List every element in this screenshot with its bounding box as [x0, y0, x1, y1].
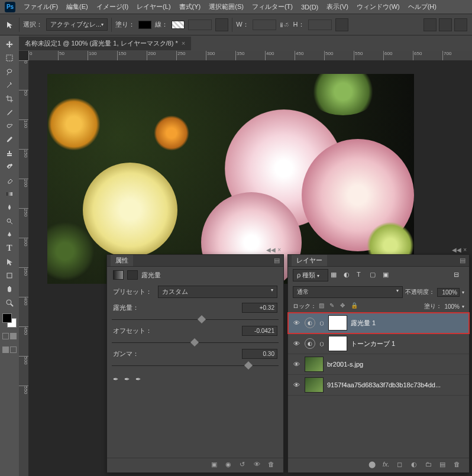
- lock-transparent-icon[interactable]: ▨: [319, 302, 327, 310]
- menu-image[interactable]: イメージ(I): [96, 2, 128, 11]
- pen-tool[interactable]: [1, 228, 18, 241]
- view-previous-icon[interactable]: ◉: [225, 461, 236, 470]
- layers-tab[interactable]: レイヤー: [292, 255, 327, 266]
- link-layers-icon[interactable]: ⬤: [368, 461, 379, 470]
- shape-tool[interactable]: [1, 269, 18, 282]
- delete-layer-icon[interactable]: 🗑: [454, 461, 464, 470]
- filter-type-icon[interactable]: T: [357, 271, 367, 280]
- gradient-tool[interactable]: [1, 187, 18, 200]
- offset-field[interactable]: -0.0421: [242, 326, 277, 336]
- eyedropper-black-icon[interactable]: ✒: [113, 375, 118, 383]
- menu-select[interactable]: 選択範囲(S): [209, 2, 244, 11]
- layer-thumbnail[interactable]: [305, 377, 324, 393]
- visibility-icon[interactable]: 👁: [292, 319, 301, 326]
- stroke-style-button[interactable]: [215, 18, 228, 31]
- menu-view[interactable]: 表示(V): [326, 2, 348, 11]
- menu-3d[interactable]: 3D(D): [301, 4, 318, 11]
- panel-menu-icon[interactable]: ▤: [460, 257, 465, 264]
- properties-tab[interactable]: 属性: [111, 255, 133, 266]
- arrange-button[interactable]: [439, 18, 452, 31]
- layer-mask-icon[interactable]: [127, 270, 138, 280]
- layer-thumbnail[interactable]: [305, 357, 324, 372]
- eraser-tool[interactable]: [1, 174, 18, 187]
- filter-toggle-icon[interactable]: ⊟: [454, 271, 464, 280]
- new-group-icon[interactable]: 🗀: [425, 461, 436, 470]
- reset-icon[interactable]: ↺: [240, 461, 250, 470]
- lock-pixels-icon[interactable]: ✎: [329, 302, 338, 310]
- settings-button[interactable]: [454, 18, 467, 31]
- fill-swatch[interactable]: [138, 21, 151, 29]
- menu-help[interactable]: ヘルプ(H): [408, 2, 437, 11]
- layer-effects-icon[interactable]: fx.: [383, 461, 393, 470]
- quickmask-mode[interactable]: [0, 347, 19, 357]
- layer-name[interactable]: br2001-s.jpg: [327, 361, 363, 368]
- visibility-icon[interactable]: 👁: [292, 340, 301, 347]
- filter-smart-icon[interactable]: ▣: [383, 271, 393, 280]
- panel-menu-icon[interactable]: ▤: [274, 257, 280, 264]
- layer-filter-dropdown[interactable]: ρ 種類 ▾: [293, 269, 328, 281]
- brush-tool[interactable]: [1, 133, 18, 146]
- align-button[interactable]: [423, 18, 437, 31]
- lasso-tool[interactable]: [1, 65, 18, 78]
- document-tab[interactable]: 名称未設定1 @ 100% (露光量 1, レイヤーマスク/8) * ×: [19, 37, 191, 50]
- foreground-color[interactable]: [2, 313, 12, 323]
- link-wh-icon[interactable]: �చ: [280, 21, 290, 28]
- heal-tool[interactable]: [1, 119, 18, 132]
- width-field[interactable]: [253, 20, 276, 30]
- layer-name[interactable]: 露光量 1: [351, 319, 376, 328]
- eyedropper-white-icon[interactable]: ✒: [135, 375, 141, 383]
- zoom-tool[interactable]: [1, 296, 18, 309]
- mask-thumbnail[interactable]: [328, 336, 347, 351]
- wand-tool[interactable]: [1, 79, 18, 92]
- canvas[interactable]: [47, 74, 414, 284]
- new-layer-icon[interactable]: ▤: [439, 461, 450, 470]
- path-select-tool[interactable]: [1, 255, 18, 268]
- filter-adjust-icon[interactable]: ◐: [344, 271, 354, 280]
- shape-options-button[interactable]: [335, 18, 348, 31]
- menu-layer[interactable]: レイヤー(L): [137, 2, 170, 11]
- layer-row[interactable]: 👁9157f4aa75d683a3f7db3b18c73b4dd...: [288, 375, 469, 396]
- new-adjustment-icon[interactable]: ◐: [411, 461, 422, 470]
- layer-name[interactable]: トーンカーブ 1: [351, 339, 395, 348]
- link-icon[interactable]: ⟮⟯: [319, 341, 325, 347]
- blur-tool[interactable]: [1, 201, 18, 214]
- history-brush-tool[interactable]: [1, 160, 18, 173]
- visibility-icon[interactable]: 👁: [292, 381, 301, 388]
- marquee-tool[interactable]: [1, 51, 18, 64]
- panel-collapse-icon[interactable]: ◀◀ ×: [452, 247, 467, 253]
- clip-to-layer-icon[interactable]: ▣: [211, 461, 222, 470]
- filter-shape-icon[interactable]: ▢: [370, 271, 380, 280]
- type-tool[interactable]: T: [1, 242, 18, 255]
- move-tool-indicator[interactable]: [5, 20, 15, 30]
- preset-dropdown[interactable]: カスタム▾: [158, 286, 277, 298]
- offset-slider[interactable]: [112, 338, 279, 347]
- gamma-slider[interactable]: [112, 361, 279, 370]
- menu-edit[interactable]: 編集(E): [66, 2, 88, 11]
- opacity-field[interactable]: 100%: [437, 288, 460, 297]
- hand-tool[interactable]: [1, 283, 18, 296]
- toggle-visibility-icon[interactable]: 👁: [254, 461, 264, 470]
- crop-tool[interactable]: [1, 92, 18, 105]
- layer-row[interactable]: 👁◐⟮⟯露光量 1: [288, 313, 469, 333]
- panel-collapse-icon[interactable]: ◀◀ ×: [266, 247, 281, 253]
- link-icon[interactable]: ⟮⟯: [319, 320, 325, 326]
- eyedropper-tool[interactable]: [1, 106, 18, 119]
- lock-all-icon[interactable]: 🔒: [351, 302, 359, 310]
- layer-row[interactable]: 👁br2001-s.jpg: [288, 354, 469, 375]
- eyedropper-gray-icon[interactable]: ✒: [124, 375, 130, 383]
- stroke-width-field[interactable]: [188, 20, 212, 30]
- layer-row[interactable]: 👁◐⟮⟯トーンカーブ 1: [288, 333, 469, 354]
- menu-window[interactable]: ウィンドウ(W): [357, 2, 400, 11]
- close-tab-icon[interactable]: ×: [182, 40, 185, 47]
- delete-adjustment-icon[interactable]: 🗑: [268, 461, 279, 470]
- layer-name[interactable]: 9157f4aa75d683a3f7db3b18c73b4dd...: [327, 381, 441, 388]
- stroke-swatch[interactable]: [172, 21, 185, 29]
- screen-mode[interactable]: [0, 333, 19, 344]
- exposure-field[interactable]: +0.32: [242, 303, 277, 313]
- stamp-tool[interactable]: [1, 147, 18, 160]
- menu-type[interactable]: 書式(Y): [179, 2, 201, 11]
- dodge-tool[interactable]: [1, 215, 18, 228]
- gamma-field[interactable]: 0.30: [242, 349, 277, 359]
- menu-file[interactable]: ファイル(F): [24, 2, 58, 11]
- move-tool[interactable]: [1, 38, 18, 51]
